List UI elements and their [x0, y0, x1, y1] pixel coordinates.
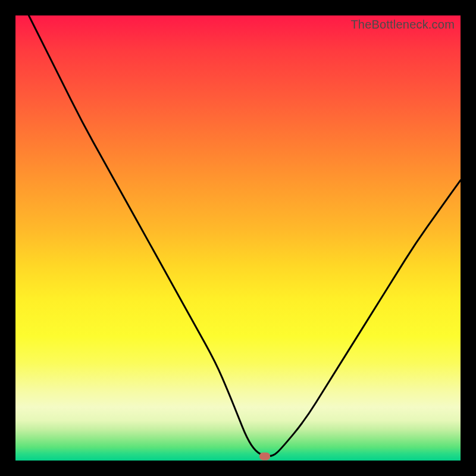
- chart-container: TheBottleneck.com: [0, 0, 476, 476]
- bottleneck-curve: [29, 15, 461, 456]
- curve-svg: [15, 15, 461, 461]
- plot-area: TheBottleneck.com: [15, 15, 461, 461]
- minimum-marker: [259, 452, 270, 460]
